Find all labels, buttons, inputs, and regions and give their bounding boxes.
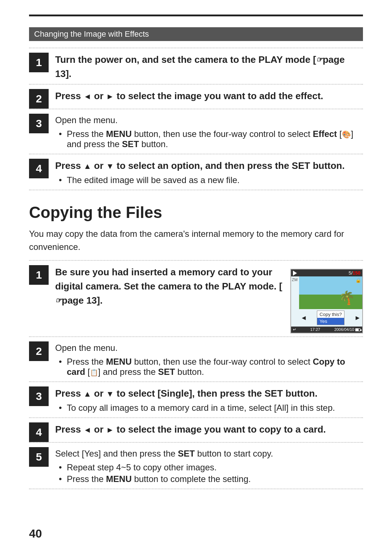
camera-body-row: ZM 🌴 🔒 ◄ xyxy=(291,276,362,327)
back-icon: ↵ xyxy=(293,327,296,332)
arrow-left-icon-c4: ◄ xyxy=(83,424,91,436)
step-3-bullet-1: Press the MENU button, then use the four… xyxy=(59,129,363,149)
section2-container: Copying the Files You may copy the data … xyxy=(29,203,363,489)
camera-screen-header: 5/150 xyxy=(291,270,362,276)
copy-step-2-content: Open the menu. Press the MENU button, th… xyxy=(55,338,363,381)
dotted-line-c2 xyxy=(29,336,363,337)
dotted-line-c3 xyxy=(29,381,363,382)
step-2-row: 2 Press ◄ or ► to select the image you w… xyxy=(29,85,363,109)
copy-step-4-text: Press ◄ or ► to select the image you wan… xyxy=(55,424,326,435)
camera-screen-footer: ↵ 17:27 2006/04/10 xyxy=(291,327,362,333)
nav-left-icon: ◄ xyxy=(301,314,307,322)
copy-this-label: Copy this? xyxy=(317,311,344,318)
copy-step-5-content: Select [Yes] and then press the SET butt… xyxy=(55,443,363,489)
step-1-wrapper: 1 Turn the power on, and set the camera … xyxy=(29,48,363,84)
step-4-content: Press ▲ or ▼ to select an option, and th… xyxy=(55,155,363,190)
counter-display: 5/150 xyxy=(348,270,360,276)
dotted-line-c5 xyxy=(29,442,363,443)
copy-step-2-bullets: Press the MENU button, then use the four… xyxy=(59,357,363,377)
battery-fill xyxy=(356,329,359,331)
palm-tree-icon: 🌴 xyxy=(339,290,355,305)
step-4-number: 4 xyxy=(29,159,49,178)
copy-step-3-content: Press ▲ or ▼ to select [Single], then pr… xyxy=(55,383,363,417)
copy-step-1-content: Be sure you had inserted a memory card t… xyxy=(55,262,363,336)
copy-step-2-row: 2 Open the menu. Press the MENU button, … xyxy=(29,338,363,381)
copy-step-1-row: 1 Be sure you had inserted a memory card… xyxy=(29,262,363,336)
copy-step-5-bullet-1: Repeat step 4~5 to copy other images. xyxy=(59,462,363,473)
counter-highlight: 150 xyxy=(352,270,360,276)
step-1-row: 1 Turn the power on, and set the camera … xyxy=(29,49,363,84)
step-1-content: Turn the power on, and set the camera to… xyxy=(55,49,363,84)
dotted-line-4b xyxy=(29,190,363,190)
copy-step-3-number: 3 xyxy=(29,386,49,406)
dotted-line-2 xyxy=(29,84,363,85)
step-3-text: Open the menu. xyxy=(55,115,118,125)
camera-menu-popup: Copy this? Yes xyxy=(317,311,344,325)
arrow-down-icon: ▼ xyxy=(106,160,114,172)
copy-step-1-wrapper: 1 Be sure you had inserted a memory card… xyxy=(29,260,363,336)
camera-image-wrapper: 🌴 🔒 ◄ Copy this? Yes ► xyxy=(299,276,362,327)
step-4-text: Press ▲ or ▼ to select an option, and th… xyxy=(55,160,345,171)
step-3-content: Open the menu. Press the MENU button, th… xyxy=(55,110,363,154)
step-4-wrapper: 4 Press ▲ or ▼ to select an option, and … xyxy=(29,154,363,190)
step-1-text: Turn the power on, and set the camera to… xyxy=(55,54,345,79)
section1-header: Changing the Image with Effects xyxy=(29,27,363,41)
copy-step-3-row: 3 Press ▲ or ▼ to select [Single], then … xyxy=(29,383,363,417)
copy-step-5-text: Select [Yes] and then press the SET butt… xyxy=(55,449,273,458)
date-display: 2006/04/10 xyxy=(334,327,354,332)
zoom-icon: ZM xyxy=(292,278,298,282)
step-1-number: 1 xyxy=(29,53,49,72)
step-2-text: Press ◄ or ► to select the image you wan… xyxy=(55,90,323,101)
copy-step-5-wrapper: 5 Select [Yes] and then press the SET bu… xyxy=(29,442,363,489)
nav-arrows: ◄ Copy this? Yes ► xyxy=(299,309,362,327)
ref-icon-1: ☞ xyxy=(316,54,323,65)
copy-step-2-number: 2 xyxy=(29,341,49,361)
step-4-row: 4 Press ▲ or ▼ to select an option, and … xyxy=(29,155,363,190)
date-battery-row: 2006/04/10 xyxy=(334,327,360,332)
copy-step-3-text: Press ▲ or ▼ to select [Single], then pr… xyxy=(55,388,318,399)
step-3-bullets: Press the MENU button, then use the four… xyxy=(59,129,363,149)
copy-step-5-number: 5 xyxy=(29,447,49,467)
copy-step-1-text-col: Be sure you had inserted a memory card t… xyxy=(55,265,283,308)
dotted-line-c5b xyxy=(29,489,363,489)
menu-yes-option: Yes xyxy=(317,318,344,325)
arrow-right-icon-c4: ► xyxy=(106,424,114,436)
copy-step-3-bullet-1: To copy all images to a memory card in a… xyxy=(59,403,363,413)
dotted-line-4 xyxy=(29,154,363,154)
copy-step-4-number: 4 xyxy=(29,422,49,442)
step-4-bullets: The edited image will be saved as a new … xyxy=(59,175,363,185)
copy-step-5-bullet-2: Press the MENU button to complete the se… xyxy=(59,474,363,484)
copy-step-2-wrapper: 2 Open the menu. Press the MENU button, … xyxy=(29,336,363,381)
arrow-left-icon: ◄ xyxy=(83,90,91,102)
copy-step-4-content: Press ◄ or ► to select the image you wan… xyxy=(55,419,363,439)
camera-side-icons: ZM xyxy=(291,276,299,327)
copy-step-4-wrapper: 4 Press ◄ or ► to select the image you w… xyxy=(29,417,363,442)
top-line xyxy=(29,15,363,16)
dotted-line xyxy=(29,48,363,48)
time-display: 17:27 xyxy=(310,327,320,332)
copy-step-2-bullet-1: Press the MENU button, then use the four… xyxy=(59,357,363,377)
copy-step-5-bullets: Repeat step 4~5 to copy other images. Pr… xyxy=(59,462,363,484)
step-2-content: Press ◄ or ► to select the image you wan… xyxy=(55,85,363,106)
page-number: 40 xyxy=(29,527,42,540)
play-icon xyxy=(293,271,297,276)
ref-icon-c1: ☞ xyxy=(55,295,62,306)
step-3-row: 3 Open the menu. Press the MENU button, … xyxy=(29,110,363,154)
section2-intro: You may copy the data from the camera's … xyxy=(29,227,363,254)
copy-step-3-wrapper: 3 Press ▲ or ▼ to select [Single], then … xyxy=(29,381,363,417)
camera-image-area: 🌴 🔒 xyxy=(299,276,362,309)
copy-step-5-row: 5 Select [Yes] and then press the SET bu… xyxy=(29,443,363,489)
copy-step-4-row: 4 Press ◄ or ► to select the image you w… xyxy=(29,419,363,442)
dotted-line-c4 xyxy=(29,417,363,418)
step-3-wrapper: 3 Open the menu. Press the MENU button, … xyxy=(29,109,363,154)
arrow-up-icon-c3: ▲ xyxy=(83,388,91,400)
nav-right-icon: ► xyxy=(354,314,361,322)
arrow-down-icon-c3: ▼ xyxy=(106,388,114,400)
arrow-right-icon: ► xyxy=(106,90,114,102)
copy-step-1-number: 1 xyxy=(29,265,49,285)
step-4-bullet-1: The edited image will be saved as a new … xyxy=(59,175,363,185)
copy-step-3-bullets: To copy all images to a memory card in a… xyxy=(59,403,363,413)
step-3-number: 3 xyxy=(29,114,49,133)
copy-step-2-text: Open the menu. xyxy=(55,343,118,353)
effect-icon: 🎨 xyxy=(342,130,351,138)
